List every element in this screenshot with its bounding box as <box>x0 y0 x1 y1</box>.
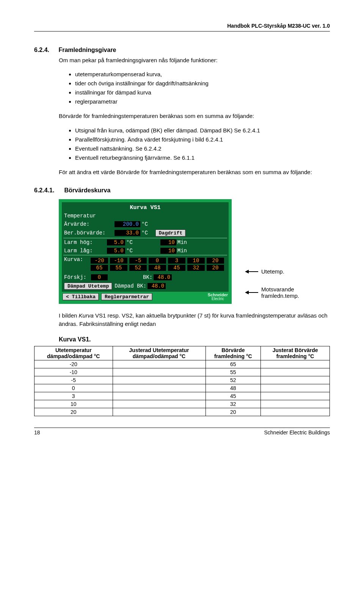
table-row: 1032 <box>35 400 330 408</box>
schneider-logo: SchneiderElectric <box>208 293 228 301</box>
kurva-row-1: -20 -10 -5 0 3 10 20 <box>91 258 224 264</box>
kurva-cell[interactable]: 0 <box>149 258 166 264</box>
table-cell <box>261 376 330 384</box>
section-title: Framledningsgivare <box>58 47 116 53</box>
section-number: 6.2.4. <box>34 47 57 53</box>
arrow-icon <box>245 291 249 294</box>
list-item: tider och övriga inställningar för dagdr… <box>75 79 330 88</box>
arvarde-value[interactable]: 200.0 <box>115 221 140 227</box>
bk-value: 48.0 <box>154 274 172 280</box>
section-intro: Om man pekar på framledningsgivaren nås … <box>59 56 330 64</box>
table-cell: 0 <box>35 384 113 392</box>
list-item: Utsignal från kurva, odämpad (BK) eller … <box>75 126 330 135</box>
section-para2: Börvärde för framledningstemperaturen be… <box>59 112 330 120</box>
header-rule <box>34 31 330 31</box>
dampad-bk-value: 48.0 <box>147 283 166 289</box>
table-cell <box>113 368 206 376</box>
kurva-cell[interactable]: 48 <box>149 265 166 271</box>
list-item: Eventuell returbegränsning fjärrvärme. S… <box>75 153 330 162</box>
subsection-number: 6.2.4.1. <box>34 187 63 194</box>
dagdrift-button[interactable]: Dagdrift <box>155 230 186 237</box>
panel-annotations: Utetemp. Motsvarande framledn.temp. <box>245 201 299 301</box>
annotation-utetemp: Utetemp. <box>261 268 284 275</box>
table-cell: -20 <box>35 360 113 368</box>
table-row: -2065 <box>35 360 330 368</box>
setpoint-table: Utetemperatur dämpad/odämpad °C Justerad… <box>34 346 330 416</box>
table-cell: 65 <box>206 360 261 368</box>
larm-lag-value[interactable]: 5.0 <box>107 248 125 254</box>
table-header: Utetemperatur dämpad/odämpad °C <box>35 346 113 360</box>
dampad-utetemp-button[interactable]: Dämpad Utetemp <box>64 283 112 290</box>
table-cell <box>261 360 330 368</box>
footer-brand: Schneider Electric Buildings <box>264 429 330 436</box>
larm-hog-label: Larm hög: <box>64 239 106 245</box>
kurva-cell[interactable]: 10 <box>187 258 205 264</box>
plc-panel: Kurva VS1 Temperatur Ärvärde: 200.0 °C B… <box>59 199 232 304</box>
kurva-cell[interactable]: 20 <box>207 265 224 271</box>
list-item: reglerparametrar <box>75 97 330 106</box>
kurva-cell[interactable]: 52 <box>129 265 147 271</box>
kurva-cell[interactable]: 3 <box>168 258 185 264</box>
table-cell <box>113 384 206 392</box>
kurva-label: Kurva: <box>64 256 90 263</box>
temperature-label: Temperatur <box>63 212 227 220</box>
table-cell: 52 <box>206 376 261 384</box>
table-row: 345 <box>35 392 330 400</box>
bullet-list-1: utetemperaturkompenserad kurva, tider oc… <box>64 70 330 106</box>
larm-lag-min-unit: Min <box>177 248 187 254</box>
table-row: -1055 <box>35 368 330 376</box>
kurva-cell[interactable]: 20 <box>207 258 224 264</box>
kurva-heading: Kurva VS1. <box>59 336 330 343</box>
page-number: 18 <box>34 429 40 436</box>
arrow-line <box>249 292 258 293</box>
bk-label: BK: <box>143 274 152 280</box>
table-cell: -10 <box>35 368 113 376</box>
annotation-framledn: Motsvarande framledn.temp. <box>261 286 299 299</box>
arrow-icon <box>245 270 249 274</box>
list-item: Parallellförskjutning. Ändra värdet förs… <box>75 135 330 144</box>
forskj-value[interactable]: 0 <box>91 274 108 280</box>
plc-title: Kurva VS1 <box>63 204 227 212</box>
table-row: 2020 <box>35 408 330 416</box>
table-header-row: Utetemperatur dämpad/odämpad °C Justerad… <box>35 346 330 360</box>
larm-lag-min-value[interactable]: 10 <box>160 248 176 254</box>
ber-label: Ber.börvärde: <box>64 230 113 236</box>
forskj-label: Förskj: <box>64 274 90 280</box>
kurva-cell[interactable]: 32 <box>187 265 205 271</box>
table-cell <box>113 360 206 368</box>
kurva-cell[interactable]: -20 <box>91 258 108 264</box>
table-cell <box>113 408 206 416</box>
kurva-cell[interactable]: -5 <box>129 258 147 264</box>
arrow-line <box>249 271 258 272</box>
table-header: Justerad Utetemperatur dämpad/odämpad °C <box>113 346 206 360</box>
table-cell: 20 <box>206 408 261 416</box>
table-row: 048 <box>35 384 330 392</box>
table-cell <box>113 400 206 408</box>
arvarde-label: Ärvärde: <box>64 221 113 227</box>
table-cell <box>261 384 330 392</box>
table-cell: 48 <box>206 384 261 392</box>
back-button[interactable]: < Tillbaka <box>63 293 99 300</box>
table-cell <box>261 368 330 376</box>
larm-hog-unit: °C <box>126 239 133 245</box>
kurva-cell[interactable]: 65 <box>91 265 108 271</box>
list-item: utetemperaturkompenserad kurva, <box>75 70 330 79</box>
after-plc-text: I bilden Kurva VS1 resp. VS2, kan aktuel… <box>59 311 330 329</box>
reglerparam-button[interactable]: Reglerparmetrar <box>101 293 152 300</box>
kurva-cell[interactable]: 55 <box>110 265 127 271</box>
table-cell <box>261 400 330 408</box>
doc-header: Handbok PLC-Styrskåp M238-UC ver. 1.0 <box>34 23 330 29</box>
subsection-title: Börvärdeskurva <box>64 187 110 193</box>
table-cell: 32 <box>206 400 261 408</box>
table-header: Börvärde framledning °C <box>206 346 261 360</box>
table-header: Justerat Börvärde framledning °C <box>261 346 330 360</box>
larm-hog-value[interactable]: 5.0 <box>107 239 125 245</box>
larm-hog-min-value[interactable]: 10 <box>160 239 176 245</box>
kurva-cell[interactable]: -10 <box>110 258 127 264</box>
arvarde-unit: °C <box>141 221 148 227</box>
table-cell <box>261 392 330 400</box>
table-cell: 10 <box>35 400 113 408</box>
kurva-cell[interactable]: 45 <box>168 265 185 271</box>
larm-lag-label: Larm låg: <box>64 248 106 254</box>
table-cell: 20 <box>35 408 113 416</box>
